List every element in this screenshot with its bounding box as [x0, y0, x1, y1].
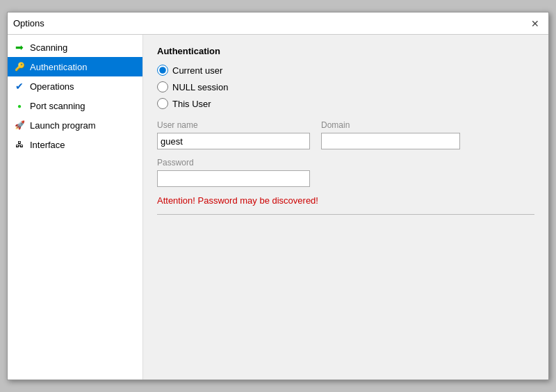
- password-field-group: Password: [157, 158, 534, 187]
- radio-null-session-label: NULL session: [172, 82, 228, 92]
- radio-null-session[interactable]: NULL session: [157, 81, 534, 92]
- radio-group: Current user NULL session This User: [157, 65, 534, 109]
- dialog-body: Scanning Authentication Operations Port …: [8, 35, 548, 379]
- sidebar-item-scanning[interactable]: Scanning: [8, 38, 142, 57]
- password-label: Password: [157, 158, 534, 168]
- sidebar-item-label: Scanning: [30, 42, 67, 53]
- sidebar-item-port-scanning[interactable]: Port scanning: [8, 96, 142, 115]
- options-dialog: Options ✕ Scanning Authentication Operat…: [7, 12, 549, 380]
- domain-label: Domain: [321, 120, 460, 130]
- scanning-icon: [13, 41, 26, 54]
- warning-text: Attention! Password may be discovered!: [157, 195, 534, 206]
- radio-this-user-input[interactable]: [157, 98, 168, 109]
- sidebar-item-operations[interactable]: Operations: [8, 76, 142, 96]
- radio-null-session-input[interactable]: [157, 81, 168, 92]
- domain-input[interactable]: [321, 133, 460, 149]
- username-input[interactable]: [157, 133, 310, 149]
- sidebar-item-label: Interface: [30, 140, 65, 150]
- section-title: Authentication: [157, 46, 534, 56]
- close-button[interactable]: ✕: [528, 16, 543, 31]
- sidebar-item-label: Launch program: [30, 120, 96, 131]
- title-bar: Options ✕: [8, 13, 548, 35]
- radio-this-user-label: This User: [172, 99, 211, 109]
- radio-this-user[interactable]: This User: [157, 98, 534, 109]
- domain-field-group: Domain: [321, 120, 460, 149]
- radio-current-user-label: Current user: [172, 65, 222, 76]
- authentication-icon: [13, 60, 26, 73]
- interface-icon: [13, 138, 26, 151]
- portscanning-icon: [13, 99, 26, 112]
- fields-row-top: User name Domain: [157, 120, 534, 149]
- username-field-group: User name: [157, 120, 310, 149]
- separator: [157, 214, 534, 215]
- radio-current-user[interactable]: Current user: [157, 65, 534, 76]
- username-label: User name: [157, 120, 310, 130]
- launch-icon: [13, 119, 26, 131]
- sidebar-item-launch-program[interactable]: Launch program: [8, 115, 142, 135]
- sidebar-item-interface[interactable]: Interface: [8, 135, 142, 154]
- sidebar-item-label: Authentication: [30, 62, 87, 72]
- content-panel: Authentication Current user NULL session…: [143, 35, 548, 379]
- dialog-title: Options: [13, 18, 44, 28]
- password-input[interactable]: [157, 170, 310, 187]
- operations-icon: [13, 80, 26, 92]
- sidebar: Scanning Authentication Operations Port …: [8, 35, 143, 379]
- radio-current-user-input[interactable]: [157, 65, 168, 76]
- sidebar-item-authentication[interactable]: Authentication: [8, 57, 142, 76]
- sidebar-item-label: Operations: [30, 81, 74, 92]
- sidebar-item-label: Port scanning: [30, 101, 85, 111]
